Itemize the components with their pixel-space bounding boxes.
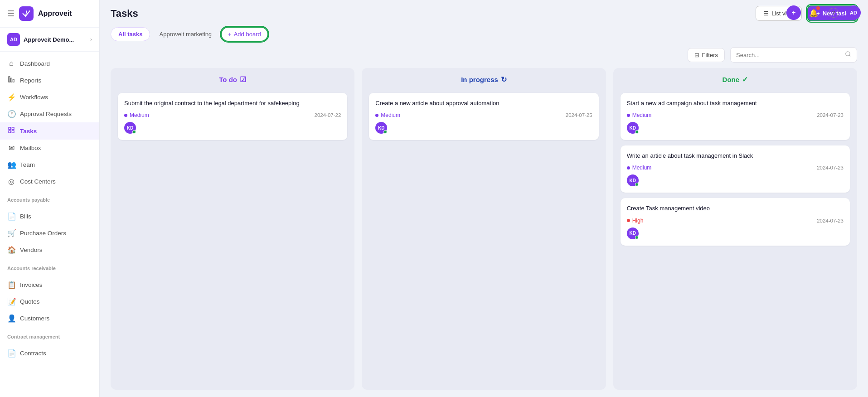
quotes-icon: 📝 (7, 297, 15, 306)
progress-icon: ↻ (501, 75, 507, 84)
purchase-orders-icon: 🛒 (7, 229, 15, 237)
tab-approveit-marketing[interactable]: Approveit marketing (152, 28, 219, 41)
customers-icon: 👤 (7, 314, 15, 323)
task-title: Create a new article about approval auto… (375, 99, 592, 107)
check-circle-icon: ☑ (240, 75, 246, 84)
workspace-avatar: AD (7, 33, 20, 46)
priority-dot (627, 166, 630, 169)
sidebar-item-label: Workflows (20, 94, 48, 101)
svg-rect-5 (9, 131, 11, 133)
sidebar-item-label: Bills (20, 213, 31, 220)
sidebar-item-reports[interactable]: Reports (0, 72, 99, 89)
add-board-button[interactable]: + Add board (221, 27, 268, 42)
bills-icon: 📄 (7, 212, 15, 221)
sidebar-item-vendors[interactable]: 🏠 Vendors (0, 242, 99, 258)
sidebar-item-dashboard[interactable]: ⌂ Dashboard (0, 55, 99, 72)
sidebar-item-label: Vendors (20, 247, 43, 253)
task-footer: KD (124, 122, 341, 134)
sidebar-item-label: Quotes (20, 298, 40, 305)
filter-icon: ⊟ (694, 52, 699, 58)
invoices-icon: 📋 (7, 281, 15, 289)
sidebar-item-label: Dashboard (20, 60, 50, 67)
task-card[interactable]: Create a new article about approval auto… (369, 93, 598, 140)
task-meta: Medium 2024-07-25 (375, 112, 592, 118)
home-icon: ⌂ (7, 59, 15, 68)
task-card[interactable]: Start a new ad campaign about task manag… (621, 93, 850, 140)
sidebar-item-mailbox[interactable]: ✉ Mailbox (0, 140, 99, 156)
filters-button[interactable]: ⊟ Filters (688, 48, 725, 62)
search-box (730, 47, 857, 63)
help-button[interactable]: ? (826, 5, 841, 20)
task-assignee: KD (627, 228, 639, 239)
board-area: To do ☑ Submit the original contract to … (100, 68, 868, 397)
task-date: 2024-07-23 (817, 165, 844, 170)
approval-icon: 🕐 (7, 110, 15, 118)
column-title: To do (219, 76, 237, 83)
column-title: Done (723, 76, 740, 83)
reports-icon (7, 76, 15, 85)
list-view-icon: ☰ (763, 10, 769, 17)
workspace-selector[interactable]: AD Approveit Demo... › (0, 28, 99, 52)
hamburger-icon[interactable]: ☰ (7, 9, 15, 19)
sidebar-item-purchase-orders[interactable]: 🛒 Purchase Orders (0, 225, 99, 242)
task-card[interactable]: Write an article about task management i… (621, 145, 850, 193)
create-button[interactable]: + (786, 5, 801, 20)
svg-point-7 (846, 52, 850, 56)
team-icon: 👥 (7, 160, 15, 169)
accounts-payable-label: Accounts payable (0, 194, 99, 204)
task-assignee: KD (124, 122, 136, 134)
task-meta: Medium 2024-07-23 (627, 112, 844, 118)
task-footer: KD (627, 122, 844, 134)
help-icon: ? (829, 8, 839, 18)
priority-dot (124, 114, 127, 117)
sidebar-item-quotes[interactable]: 📝 Quotes (0, 293, 99, 310)
notifications-button[interactable]: 🔔 (806, 5, 821, 20)
sidebar-item-label: Invoices (20, 281, 43, 288)
sidebar-item-cost-centers[interactable]: ◎ Cost Centers (0, 173, 99, 190)
column-header-done: Done ✓ (621, 75, 850, 87)
user-avatar[interactable]: AD (846, 5, 861, 20)
priority-badge: Medium (627, 165, 652, 171)
task-card[interactable]: Create Task management video High 2024-0… (621, 198, 850, 245)
sidebar-item-customers[interactable]: 👤 Customers (0, 310, 99, 327)
priority-dot (375, 114, 378, 117)
sidebar-item-workflows[interactable]: ⚡ Workflows (0, 89, 99, 106)
column-header-todo: To do ☑ (118, 75, 347, 87)
task-date: 2024-07-23 (817, 112, 844, 118)
sidebar-item-tasks[interactable]: Tasks (0, 122, 99, 140)
column-title: In progress (461, 76, 498, 83)
tab-all-tasks[interactable]: All tasks (111, 27, 150, 41)
page-title: Tasks (111, 8, 138, 19)
column-header-inprogress: In progress ↻ (369, 75, 598, 87)
sidebar-item-label: Team (20, 161, 35, 168)
contract-management-label: Contract management (0, 330, 99, 341)
tasks-icon (7, 126, 15, 136)
priority-badge: Medium (627, 112, 652, 118)
svg-rect-6 (12, 131, 14, 133)
assignee-status-dot (383, 130, 387, 134)
vendors-icon: 🏠 (7, 246, 15, 254)
topbar-right: + 🔔 ? AD (786, 5, 861, 20)
cost-centers-icon: ◎ (7, 177, 15, 186)
task-footer: KD (627, 174, 844, 186)
filters-row: ⊟ Filters (100, 47, 868, 68)
sidebar-item-bills[interactable]: 📄 Bills (0, 208, 99, 225)
priority-label: Medium (381, 112, 400, 118)
svg-rect-4 (12, 127, 14, 130)
sidebar-item-label: Tasks (20, 128, 37, 135)
task-card[interactable]: Submit the original contract to the lega… (118, 93, 347, 140)
sidebar-item-label: Cost Centers (20, 178, 56, 185)
contracts-icon: 📄 (7, 349, 15, 358)
sidebar-item-approval-requests[interactable]: 🕐 Approval Requests (0, 106, 99, 122)
sidebar-item-team[interactable]: 👥 Team (0, 156, 99, 173)
priority-badge: High (627, 218, 644, 224)
sidebar-item-label: Approval Requests (20, 111, 72, 117)
accounts-receivable-section: 📋 Invoices 📝 Quotes 👤 Customers (0, 273, 99, 330)
sidebar-item-invoices[interactable]: 📋 Invoices (0, 276, 99, 293)
priority-dot (627, 114, 630, 117)
accounts-payable-section: 📄 Bills 🛒 Purchase Orders 🏠 Vendors (0, 204, 99, 262)
svg-rect-1 (11, 78, 12, 82)
task-title: Start a new ad campaign about task manag… (627, 99, 844, 107)
sidebar-item-contracts[interactable]: 📄 Contracts (0, 345, 99, 362)
search-input[interactable] (736, 52, 841, 58)
